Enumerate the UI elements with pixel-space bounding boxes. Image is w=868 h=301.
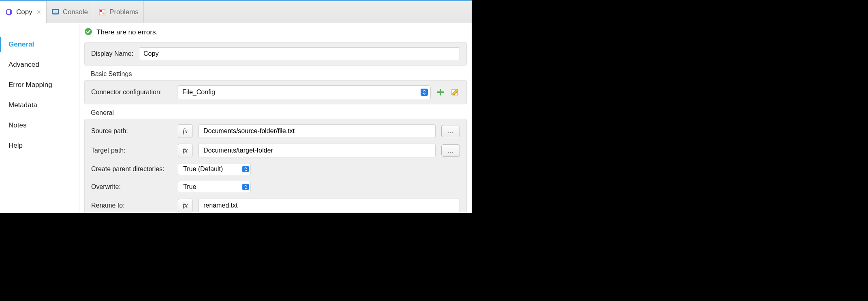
display-name-label: Display Name: <box>91 50 133 57</box>
general-section-title: General <box>79 109 472 119</box>
browse-button-target[interactable]: ... <box>441 144 460 157</box>
general-panel: Source path: fx ... Target path: fx ... … <box>84 119 467 213</box>
main-panel: There are no errors. Display Name: Basic… <box>79 23 472 213</box>
chevron-updown-icon <box>242 166 249 172</box>
connector-config-label: Connector configuration: <box>91 89 172 96</box>
tab-problems[interactable]: Problems <box>93 1 144 23</box>
chevron-updown-icon <box>242 184 249 190</box>
status-bar: There are no errors. <box>79 28 472 42</box>
tab-copy[interactable]: Copy ✕ <box>0 1 47 23</box>
status-message: There are no errors. <box>96 28 158 36</box>
sidebar-item-advanced[interactable]: Advanced <box>0 57 79 72</box>
problems-icon <box>98 8 106 16</box>
create-parent-dirs-label: Create parent directories: <box>91 165 172 173</box>
overwrite-select[interactable]: True <box>178 181 251 193</box>
tab-label: Console <box>63 8 88 16</box>
fx-button-source[interactable]: fx <box>178 124 192 138</box>
success-icon <box>84 28 92 37</box>
sidebar-item-help[interactable]: Help <box>0 138 79 153</box>
overwrite-label: Overwrite: <box>91 183 172 191</box>
svg-rect-4 <box>99 9 105 15</box>
svg-rect-9 <box>437 91 444 93</box>
target-path-label: Target path: <box>91 147 172 154</box>
svg-point-6 <box>103 12 105 14</box>
edit-config-button[interactable] <box>450 87 460 97</box>
svg-rect-3 <box>53 10 58 13</box>
rename-to-input[interactable] <box>198 199 460 212</box>
overwrite-value: True <box>183 183 196 191</box>
copy-file-icon <box>5 8 13 16</box>
chevron-updown-icon <box>421 89 428 96</box>
browse-button-source[interactable]: ... <box>441 125 460 137</box>
source-path-label: Source path: <box>91 127 172 135</box>
target-path-input[interactable] <box>198 144 436 157</box>
create-parent-dirs-select[interactable]: True (Default) <box>178 163 251 175</box>
tab-label: Problems <box>109 8 139 16</box>
console-icon <box>51 8 60 16</box>
display-name-input[interactable] <box>139 47 460 60</box>
fx-button-rename[interactable]: fx <box>178 199 192 212</box>
connector-config-select[interactable]: File_Config <box>177 85 431 99</box>
close-icon[interactable]: ✕ <box>36 9 41 15</box>
display-name-panel: Display Name: <box>84 42 467 66</box>
add-config-button[interactable] <box>436 87 445 97</box>
tab-console[interactable]: Console <box>47 1 93 23</box>
sidebar-item-error-mapping[interactable]: Error Mapping <box>0 78 79 92</box>
svg-rect-1 <box>7 10 10 14</box>
basic-settings-panel: Connector configuration: File_Config <box>84 80 467 104</box>
sidebar: General Advanced Error Mapping Metadata … <box>0 23 79 213</box>
create-parent-dirs-value: True (Default) <box>183 165 223 173</box>
svg-point-7 <box>85 28 92 35</box>
fx-button-target[interactable]: fx <box>178 144 192 157</box>
source-path-input[interactable] <box>198 124 436 138</box>
tab-bar: Copy ✕ Console Problems <box>0 0 472 23</box>
sidebar-item-metadata[interactable]: Metadata <box>0 98 79 112</box>
basic-settings-title: Basic Settings <box>79 70 472 80</box>
svg-point-5 <box>100 10 102 12</box>
rename-to-label: Rename to: <box>91 202 172 209</box>
sidebar-item-general[interactable]: General <box>0 37 79 52</box>
tab-label: Copy <box>16 8 32 16</box>
connector-config-value: File_Config <box>182 89 215 96</box>
sidebar-item-notes[interactable]: Notes <box>0 118 79 133</box>
